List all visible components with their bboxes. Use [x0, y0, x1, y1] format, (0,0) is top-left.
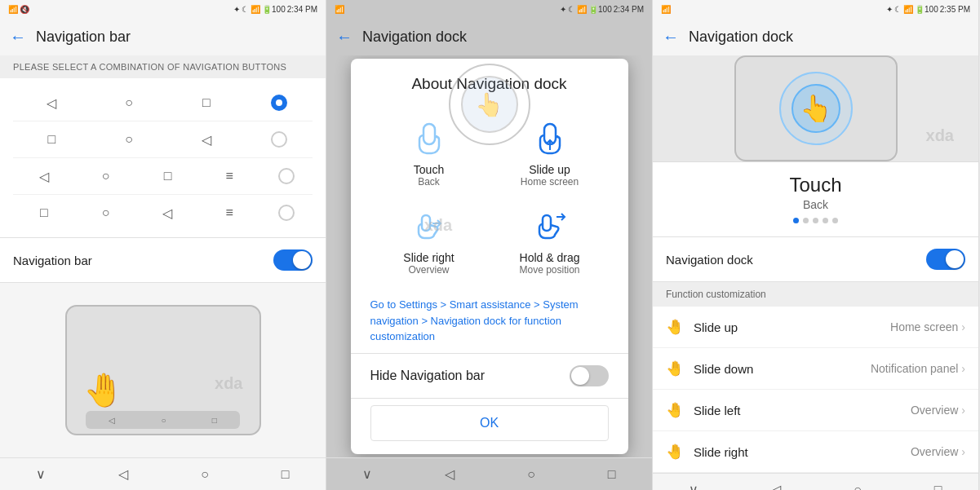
radio-1[interactable]	[271, 95, 287, 111]
function-list: 🤚 Slide up Home screen › 🤚 Slide down No…	[653, 307, 978, 473]
gesture-desc-slide-right: Overview	[408, 264, 449, 276]
battery-icon: 🔋100	[262, 5, 286, 14]
touch-ripple-inner: 👆	[792, 84, 840, 133]
nav-home-icon-3: ○	[93, 163, 119, 189]
function-item-slide-left[interactable]: 🤚 Slide left Overview ›	[653, 390, 978, 431]
bottom-nav-back-2[interactable]: ◁	[445, 466, 455, 482]
nav-dock-toggle-row: Navigation dock	[653, 237, 978, 282]
nav-row-2[interactable]: □ ○ ◁	[13, 121, 313, 158]
hold-drag-gesture-icon	[530, 205, 570, 245]
battery-icon-3: 🔋100	[915, 5, 938, 14]
dialog-footer: OK	[351, 399, 628, 454]
dot-4[interactable]	[823, 218, 828, 223]
gesture-name-slide-up: Slide up	[529, 163, 570, 176]
bottom-nav-home-3[interactable]: ○	[854, 483, 862, 491]
bottom-nav-back-3[interactable]: ◁	[771, 482, 781, 490]
function-item-slide-up[interactable]: 🤚 Slide up Home screen ›	[653, 307, 978, 348]
function-name-slide-left: Slide left	[694, 404, 911, 417]
page-title-3: Navigation dock	[689, 29, 793, 46]
bg-dock-illustration: 👆	[449, 64, 530, 145]
touch-hand-icon: 👆	[800, 93, 832, 124]
chevron-right-1: ›	[961, 320, 965, 333]
radio-2[interactable]	[271, 131, 287, 148]
top-bar-2: ← Navigation dock	[326, 18, 652, 55]
dot-3[interactable]	[813, 218, 818, 223]
back-button-1[interactable]: ←	[10, 28, 26, 46]
radio-3[interactable]	[278, 168, 295, 184]
nav-dock-toggle[interactable]	[926, 249, 965, 270]
bottom-nav-back-1[interactable]: ◁	[118, 466, 128, 482]
slide-up-gesture-icon	[530, 117, 570, 157]
status-left-2: 📶	[335, 5, 344, 14]
dialog-bg-area: 👆 xda About Navigation dock To	[326, 55, 652, 457]
bottom-nav-down-3[interactable]: ∨	[689, 482, 698, 490]
illus-back: ◁	[109, 416, 115, 425]
bottom-nav-recent-1[interactable]: □	[282, 467, 290, 482]
touch-info-section: Touch Back	[653, 162, 978, 237]
phone-illus-frame: xda 🤚 ◁ ○ □	[65, 305, 261, 435]
bottom-nav-1: ∨ ◁ ○ □	[0, 457, 326, 490]
page-title-1: Navigation bar	[36, 29, 131, 46]
ok-button[interactable]: OK	[370, 405, 609, 441]
status-right-2: ✦ ☾ 📶 🔋100 2:34 PM	[560, 5, 644, 14]
signal-icon-2: 📶	[577, 5, 587, 14]
function-value-slide-left: Overview	[911, 404, 958, 417]
time-3: 2:35 PM	[940, 5, 970, 14]
function-item-slide-down[interactable]: 🤚 Slide down Notification panel ›	[653, 348, 978, 390]
radio-4[interactable]	[278, 205, 295, 221]
time-2: 2:34 PM	[614, 5, 644, 14]
illus-recent: □	[212, 416, 217, 425]
slide-right-icon-wrap	[408, 204, 450, 246]
slide-down-list-icon: 🤚	[666, 360, 684, 377]
nav-row-4[interactable]: □ ○ ◁ ≡	[13, 195, 313, 231]
dot-indicators	[666, 211, 965, 230]
bottom-nav-down-1[interactable]: ∨	[36, 466, 46, 482]
slide-up-icon-wrap	[529, 116, 571, 158]
back-button-3[interactable]: ←	[663, 28, 679, 46]
dot-1[interactable]	[793, 218, 799, 223]
function-customization-label: Function customization	[653, 282, 978, 307]
bottom-nav-down-2[interactable]: ∨	[362, 466, 372, 482]
bottom-nav-recent-3[interactable]: □	[934, 483, 942, 491]
phone-illustration-1: xda 🤚 ◁ ○ □	[0, 283, 326, 457]
xda-watermark-1: xda	[215, 374, 242, 393]
function-value-slide-up: Home screen	[890, 320, 958, 333]
bluetooth-icon: ✦	[233, 5, 240, 14]
bottom-nav-recent-2[interactable]: □	[608, 467, 616, 482]
dot-5[interactable]	[832, 218, 838, 223]
bottom-nav-home-1[interactable]: ○	[201, 467, 209, 482]
back-button-2[interactable]: ←	[336, 28, 353, 46]
slide-right-gesture-icon	[410, 205, 449, 245]
sim-icon-2: 📶	[335, 5, 344, 14]
touch-title: Touch	[666, 174, 965, 196]
status-bar-3: 📶 ✦ ☾ 📶 🔋100 2:35 PM	[653, 0, 978, 18]
function-value-slide-right: Overview	[911, 445, 958, 458]
gesture-desc-hold-drag: Move position	[519, 264, 579, 276]
panel1-content: PLEASE SELECT A COMBINATION OF NAVIGATIO…	[0, 55, 326, 457]
hide-nav-toggle[interactable]	[570, 365, 609, 386]
slide-left-list-icon: 🤚	[666, 401, 684, 419]
dialog-link-text[interactable]: Go to Settings > Smart assistance > Syst…	[351, 289, 628, 353]
nav-recent-icon-3: □	[154, 163, 180, 189]
panel-navigation-dock-detail: 📶 ✦ ☾ 📶 🔋100 2:35 PM ← Navigation dock x…	[653, 0, 979, 490]
status-left-1: 📶 🔇	[8, 5, 29, 14]
dot-2[interactable]	[803, 218, 809, 223]
gesture-hold-drag: Hold & drag Move position	[491, 197, 609, 282]
gesture-name-touch: Touch	[414, 163, 444, 176]
sim-icon: 📶	[8, 5, 18, 14]
battery-icon-2: 🔋100	[588, 5, 612, 14]
nav-row-3[interactable]: ◁ ○ □ ≡	[13, 158, 313, 195]
hide-nav-bar-row: Hide Navigation bar	[351, 354, 628, 398]
nav-back-icon-3: ◁	[31, 163, 57, 189]
page-title-2: Navigation dock	[362, 29, 467, 46]
gesture-slide-right: Slide right Overview	[370, 197, 488, 282]
navigation-bar-toggle[interactable]	[273, 249, 313, 271]
panel-navigation-bar: 📶 🔇 ✦ ☾ 📶 🔋100 2:34 PM ← Navigation bar …	[0, 0, 326, 490]
bottom-nav-home-2[interactable]: ○	[527, 467, 535, 482]
nav-row-1[interactable]: ◁ ○ □	[13, 85, 313, 121]
touch-illustration: xda 👆	[653, 55, 978, 162]
status-right-3: ✦ ☾ 📶 🔋100 2:35 PM	[886, 5, 970, 14]
function-item-slide-right[interactable]: 🤚 Slide right Overview ›	[653, 431, 978, 473]
moon-icon: ☾	[242, 5, 249, 14]
gesture-desc-slide-up: Home screen	[521, 176, 579, 188]
